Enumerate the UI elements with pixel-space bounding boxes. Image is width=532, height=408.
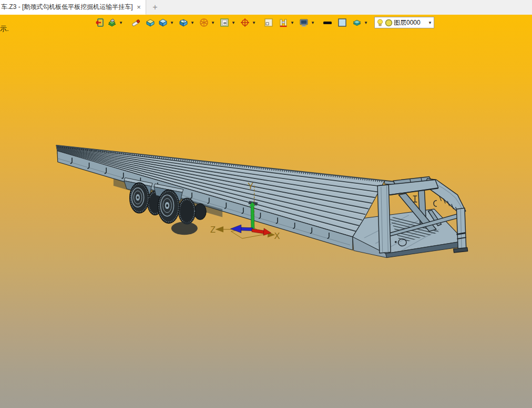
tab-close-icon[interactable]: × xyxy=(134,3,144,12)
x-axis-red xyxy=(252,229,265,234)
viewport: 示. ▼ ▼ ▼ xyxy=(0,15,532,408)
z-datum-arrow xyxy=(216,226,223,233)
y-axis-label: Y xyxy=(248,181,253,191)
y-axis-green xyxy=(251,206,254,229)
tab-bar: 车.Z3 - [鹅颈式勾机板低平板挖掘机运输半挂车] × + xyxy=(0,0,532,15)
viewport-canvas[interactable]: Z X Y xyxy=(0,15,532,408)
document-tab-title: 车.Z3 - [鹅颈式勾机板低平板挖掘机运输半挂车] xyxy=(0,3,134,12)
trailer-model[interactable] xyxy=(56,145,468,258)
zw3d-window: 车.Z3 - [鹅颈式勾机板低平板挖掘机运输半挂车] × + 示. ▼ xyxy=(0,0,532,408)
new-tab-button[interactable]: + xyxy=(149,2,161,13)
z-axis-label: Z xyxy=(210,225,216,234)
x-axis-label: X xyxy=(274,231,280,240)
document-tab[interactable]: 车.Z3 - [鹅颈式勾机板低平板挖掘机运输半挂车] × xyxy=(0,0,146,15)
